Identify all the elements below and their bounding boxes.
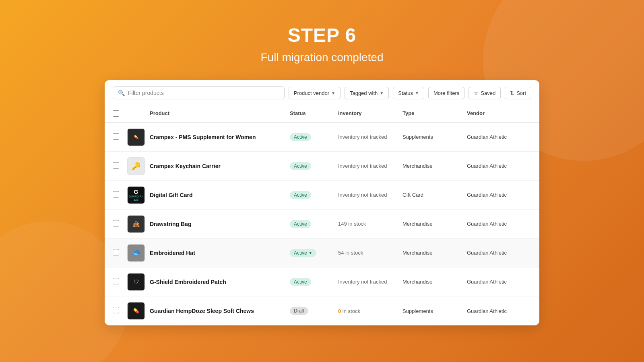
- more-filters-button[interactable]: More filters: [428, 87, 464, 99]
- product-name: Embroidered Hat: [150, 250, 290, 256]
- status-badge: Active: [290, 191, 311, 199]
- row-checkbox[interactable]: [113, 162, 119, 169]
- chevron-down-icon: ▼: [415, 91, 419, 95]
- row-checkbox[interactable]: [113, 191, 119, 197]
- table-body: 💊 Crampex - PMS Supplement for Women Act…: [105, 123, 539, 325]
- table-row: G GUARDIAN $25 Digital Gift Card Active …: [105, 181, 539, 210]
- main-panel: 🔍 Product vendor ▼ Tagged with ▼ Status …: [105, 80, 539, 325]
- sort-icon: ⇅: [510, 90, 514, 96]
- status-badge: Active ▼: [290, 249, 316, 257]
- table-row: 🔑 Crampex Keychain Carrier Active Invent…: [105, 152, 539, 181]
- vendor-text: Guardian Athletic: [467, 134, 531, 140]
- product-name: Drawstring Bag: [150, 221, 290, 227]
- product-vendor-filter[interactable]: Product vendor ▼: [289, 87, 341, 99]
- vendor-text: Guardian Athletic: [467, 221, 531, 227]
- status-badge: Active: [290, 133, 311, 141]
- product-name: Crampex - PMS Supplement for Women: [150, 134, 290, 140]
- product-thumbnail: G GUARDIAN $25: [127, 186, 145, 204]
- chevron-down-icon: ▼: [380, 91, 384, 95]
- vendor-text: Guardian Athletic: [467, 279, 531, 285]
- type-text: Gift Card: [402, 192, 467, 198]
- inventory-text: 0 in stock: [338, 308, 402, 314]
- table-header: Product Status Inventory Type Vendor: [105, 106, 539, 123]
- product-name: Digital Gift Card: [150, 192, 290, 198]
- table-row: 🧢 Embroidered Hat Active ▼ 54 in stock M…: [105, 239, 539, 267]
- type-text: Merchandise: [402, 279, 467, 285]
- product-thumbnail: 💊: [127, 302, 145, 320]
- search-icon: 🔍: [118, 90, 125, 96]
- inventory-text: Inventory not tracked: [338, 279, 402, 285]
- col-vendor: Vendor: [467, 110, 531, 118]
- inventory-text: Inventory not tracked: [338, 134, 402, 140]
- status-badge: Active: [290, 220, 311, 228]
- tagged-with-filter[interactable]: Tagged with ▼: [345, 87, 389, 99]
- search-input[interactable]: [128, 90, 279, 96]
- row-checkbox[interactable]: [113, 220, 119, 226]
- vendor-text: Guardian Athletic: [467, 308, 531, 314]
- col-status: Status: [290, 110, 338, 118]
- col-inventory: Inventory: [338, 110, 402, 118]
- hero-subtitle: Full migration completed: [260, 51, 383, 64]
- table-row: 👜 Drawstring Bag Active 149 in stock Mer…: [105, 210, 539, 239]
- row-checkbox[interactable]: [113, 307, 119, 313]
- row-checkbox[interactable]: [113, 249, 119, 255]
- product-thumbnail: 🧢: [127, 244, 145, 262]
- product-name: Guardian HempDoze Sleep Soft Chews: [150, 308, 290, 314]
- star-icon: ☆: [474, 90, 479, 96]
- toolbar: 🔍 Product vendor ▼ Tagged with ▼ Status …: [105, 80, 539, 106]
- select-all-checkbox[interactable]: [113, 110, 119, 117]
- col-type: Type: [402, 110, 467, 118]
- col-product: Product: [150, 110, 290, 118]
- inventory-text: Inventory not tracked: [338, 163, 402, 169]
- hero-section: STEP 6 Full migration completed: [260, 16, 383, 64]
- chevron-down-icon: ▼: [309, 251, 312, 255]
- zero-inventory: 0: [338, 308, 341, 314]
- type-text: Merchandise: [402, 250, 467, 256]
- status-badge: Draft: [290, 307, 308, 315]
- product-thumbnail: 💊: [127, 128, 145, 146]
- status-filter[interactable]: Status ▼: [393, 87, 424, 99]
- type-text: Supplements: [402, 308, 467, 314]
- vendor-text: Guardian Athletic: [467, 192, 531, 198]
- search-box[interactable]: 🔍: [113, 86, 285, 99]
- vendor-text: Guardian Athletic: [467, 163, 531, 169]
- table-row: 💊 Guardian HempDoze Sleep Soft Chews Dra…: [105, 296, 539, 325]
- sort-button[interactable]: ⇅ Sort: [505, 87, 531, 99]
- inventory-text: 149 in stock: [338, 221, 402, 227]
- table-row: 💊 Crampex - PMS Supplement for Women Act…: [105, 123, 539, 152]
- inventory-text: Inventory not tracked: [338, 192, 402, 198]
- product-thumbnail: 👜: [127, 215, 145, 233]
- type-text: Supplements: [402, 134, 467, 140]
- type-text: Merchandise: [402, 163, 467, 169]
- type-text: Merchandise: [402, 221, 467, 227]
- product-thumbnail: 🛡: [127, 273, 145, 291]
- table-row: 🛡 G-Shield Embroidered Patch Active Inve…: [105, 267, 539, 296]
- saved-button[interactable]: ☆ Saved: [469, 87, 501, 99]
- chevron-down-icon: ▼: [331, 91, 335, 95]
- product-thumbnail: 🔑: [127, 157, 145, 175]
- status-badge: Active: [290, 278, 311, 286]
- vendor-text: Guardian Athletic: [467, 250, 531, 256]
- step-label: STEP 6: [260, 24, 383, 46]
- row-checkbox[interactable]: [113, 278, 119, 284]
- row-checkbox[interactable]: [113, 133, 119, 140]
- product-name: G-Shield Embroidered Patch: [150, 279, 290, 285]
- status-badge: Active: [290, 162, 311, 170]
- product-name: Crampex Keychain Carrier: [150, 163, 290, 169]
- inventory-text: 54 in stock: [338, 250, 402, 256]
